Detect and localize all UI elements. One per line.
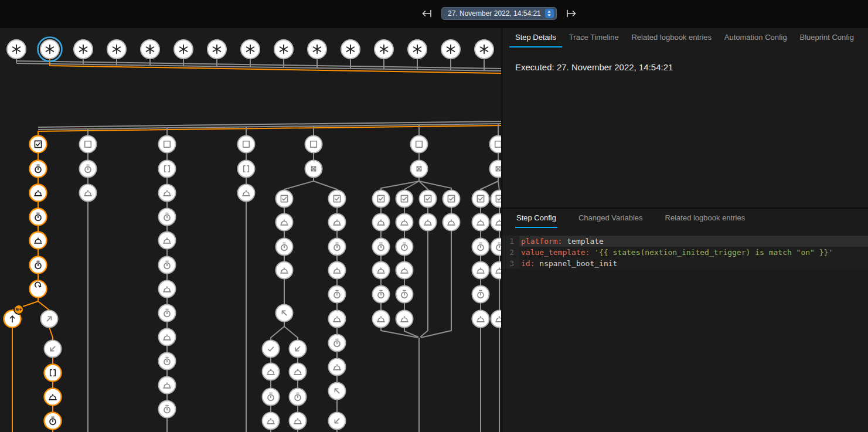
square-node[interactable] — [305, 136, 322, 153]
service-bell-node[interactable] — [159, 281, 176, 298]
service-bell-node[interactable] — [45, 389, 62, 406]
square-node[interactable] — [80, 136, 97, 153]
service-bell-node[interactable] — [373, 311, 390, 328]
arrow-down-left-node[interactable] — [45, 341, 62, 358]
arrow-up-left-node[interactable] — [276, 305, 293, 322]
tab-changed-variables[interactable]: Changed Variables — [577, 209, 644, 228]
timer-node[interactable] — [30, 209, 47, 226]
checkbox-checked-node[interactable] — [329, 191, 346, 208]
timer-node[interactable] — [329, 286, 346, 303]
brackets-node[interactable] — [45, 365, 62, 382]
service-bell-node[interactable] — [396, 262, 413, 279]
asterisk-node[interactable] — [7, 40, 26, 59]
checkbox-checked-node[interactable] — [30, 136, 47, 153]
checkbox-checked-node[interactable] — [396, 191, 413, 208]
check-node[interactable] — [263, 341, 280, 358]
timer-node[interactable] — [159, 257, 176, 274]
asterisk-node[interactable] — [38, 38, 62, 62]
parallel-node[interactable] — [490, 161, 502, 178]
service-bell-node[interactable] — [329, 262, 346, 279]
service-bell-node[interactable] — [491, 311, 502, 328]
service-bell-node[interactable] — [491, 214, 502, 231]
asterisk-node[interactable] — [408, 40, 427, 59]
service-bell-node[interactable] — [472, 311, 489, 328]
service-bell-node[interactable] — [263, 413, 280, 430]
service-bell-node[interactable] — [159, 329, 176, 346]
service-bell-node[interactable] — [263, 363, 280, 380]
arrow-down-left-node[interactable] — [329, 413, 346, 430]
tab-step-details[interactable]: Step Details — [509, 28, 562, 47]
timer-node[interactable] — [159, 353, 176, 370]
tab-blueprint-config[interactable]: Blueprint Config — [794, 28, 860, 47]
service-bell-node[interactable] — [290, 363, 307, 380]
service-bell-node[interactable] — [472, 214, 489, 231]
parallel-node[interactable] — [305, 161, 322, 178]
asterisk-node[interactable] — [341, 40, 360, 59]
timer-node[interactable] — [329, 239, 346, 256]
timer-node[interactable] — [373, 239, 390, 256]
trace-select[interactable]: 27. November 2022, 14:54:21 — [441, 7, 557, 20]
arrow-up-right-node[interactable] — [41, 311, 58, 328]
timer-node[interactable] — [276, 239, 293, 256]
service-bell-node[interactable] — [443, 214, 460, 231]
timer-node[interactable] — [159, 209, 176, 226]
asterisk-node[interactable] — [441, 40, 460, 59]
service-bell-node[interactable] — [472, 262, 489, 279]
timer-node[interactable] — [30, 161, 47, 178]
service-bell-node[interactable] — [238, 185, 255, 202]
checkbox-checked-node[interactable] — [276, 191, 293, 208]
repeat-node[interactable] — [30, 281, 47, 298]
next-trace-button[interactable] — [564, 6, 578, 21]
tab-related-logbook-entries[interactable]: Related logbook entries — [664, 209, 747, 228]
service-bell-node[interactable] — [491, 262, 502, 279]
service-bell-node[interactable] — [159, 185, 176, 202]
asterisk-node[interactable] — [107, 40, 126, 59]
asterisk-node[interactable] — [475, 40, 493, 59]
service-bell-node[interactable] — [420, 214, 437, 231]
arrow-up-left-node[interactable] — [329, 383, 346, 400]
asterisk-node[interactable] — [74, 40, 93, 59]
square-node[interactable] — [411, 136, 428, 153]
asterisk-node[interactable] — [207, 40, 226, 59]
timer-node[interactable] — [472, 239, 489, 256]
service-bell-node[interactable] — [290, 413, 307, 430]
checkbox-checked-node[interactable] — [373, 191, 390, 208]
service-bell-node[interactable] — [396, 311, 413, 328]
brackets-node[interactable] — [159, 161, 176, 178]
timer-node[interactable] — [373, 286, 390, 303]
service-bell-node[interactable] — [30, 232, 47, 249]
service-bell-node[interactable] — [329, 214, 346, 231]
timer-node[interactable] — [159, 401, 176, 418]
brackets-node[interactable] — [238, 161, 255, 178]
service-bell-node[interactable] — [159, 377, 176, 394]
service-bell-node[interactable] — [80, 185, 97, 202]
checkbox-checked-node[interactable] — [443, 191, 460, 208]
square-node[interactable] — [490, 136, 502, 153]
arrow-down-left-node[interactable] — [290, 341, 307, 358]
timer-node[interactable] — [329, 335, 346, 352]
step-config-code[interactable]: 1platform: template2value_template: '{{ … — [502, 236, 868, 269]
service-bell-node[interactable] — [276, 214, 293, 231]
timer-node[interactable] — [491, 239, 502, 256]
timer-node[interactable] — [45, 413, 62, 430]
tab-step-config[interactable]: Step Config — [515, 209, 557, 228]
service-bell-node[interactable] — [329, 311, 346, 328]
asterisk-node[interactable] — [141, 40, 159, 59]
service-bell-node[interactable] — [30, 185, 47, 202]
square-node[interactable] — [159, 136, 176, 153]
timer-node[interactable] — [396, 239, 413, 256]
service-bell-node[interactable] — [329, 359, 346, 376]
asterisk-node[interactable] — [174, 40, 193, 59]
square-node[interactable] — [238, 136, 255, 153]
service-bell-node[interactable] — [396, 214, 413, 231]
asterisk-node[interactable] — [241, 40, 260, 59]
timer-node[interactable] — [472, 286, 489, 303]
timer-node[interactable] — [30, 257, 47, 274]
tab-related-logbook-entries[interactable]: Related logbook entries — [625, 28, 717, 47]
checkbox-checked-node[interactable] — [472, 191, 489, 208]
timer-node[interactable] — [80, 161, 97, 178]
asterisk-node[interactable] — [274, 40, 293, 59]
timer-node[interactable] — [396, 286, 413, 303]
service-bell-node[interactable] — [373, 262, 390, 279]
tab-automation-config[interactable]: Automation Config — [719, 28, 793, 47]
